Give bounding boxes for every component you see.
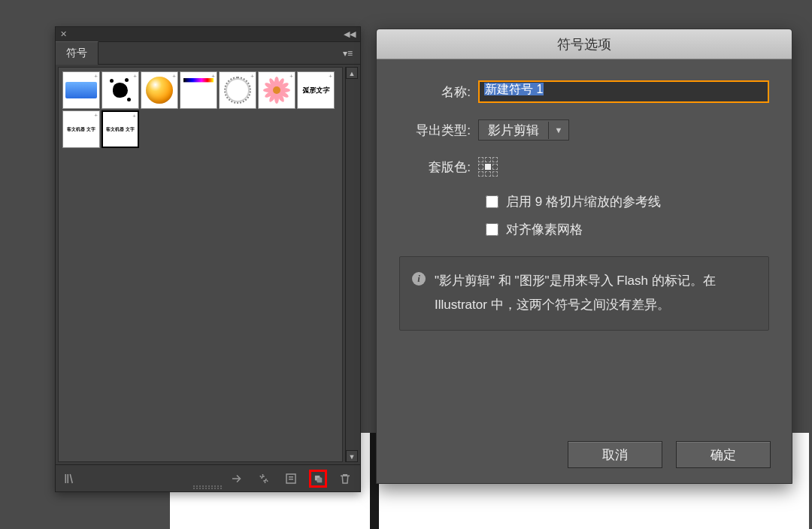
collapse-icon[interactable]: ◀◀ — [344, 29, 356, 39]
info-box: i "影片剪辑" 和 "图形"是用来导入 Flash 的标记。在 Illustr… — [399, 256, 769, 331]
symbol-color-gradient[interactable]: + — [180, 71, 217, 109]
symbol-arc-text-small-1[interactable]: +客文机器 文字 — [62, 110, 100, 148]
symbol-blue-gradient[interactable]: + — [62, 71, 100, 109]
cancel-button[interactable]: 取消 — [568, 441, 662, 468]
export-type-label: 导出类型: — [399, 122, 478, 139]
symbols-panel: ✕ ◀◀ 符号 ▾≡ + + + + + + — [55, 26, 361, 492]
registration-grid[interactable] — [478, 157, 498, 177]
enable-9slice-input[interactable] — [486, 195, 498, 208]
dialog-title: 符号选项 — [377, 29, 792, 59]
symbol-ink-splat[interactable]: + — [102, 71, 139, 109]
align-pixel-label: 对齐像素网格 — [506, 221, 583, 238]
ok-button[interactable]: 确定 — [676, 441, 771, 468]
symbol-pink-flower[interactable]: + — [258, 71, 295, 109]
break-link-icon[interactable] — [255, 470, 273, 488]
panel-menu-icon[interactable]: ▾≡ — [340, 45, 356, 62]
export-type-select[interactable]: 影片剪辑 ▼ — [478, 119, 569, 141]
symbols-tab[interactable]: 符号 — [56, 41, 98, 65]
info-icon: i — [412, 272, 426, 286]
symbol-arc-text-small-2[interactable]: +客文机器 文字 — [102, 110, 139, 148]
scrollbar[interactable]: ▲ ▼ — [345, 67, 358, 462]
panel-tabbar: 符号 ▾≡ — [56, 42, 360, 65]
enable-9slice-label: 启用 9 格切片缩放的参考线 — [506, 193, 661, 210]
symbol-arc-text[interactable]: +弧形文字 — [297, 71, 335, 109]
new-symbol-icon[interactable] — [309, 470, 327, 488]
chevron-down-icon: ▼ — [549, 125, 568, 135]
symbol-options-dialog: 符号选项 名称: 新建符号 1 导出类型: 影片剪辑 ▼ 套版色: 启用 9 格… — [376, 29, 792, 484]
symbol-spirograph[interactable]: + — [219, 71, 256, 109]
symbol-grid: + + + + + + — [58, 67, 343, 462]
align-pixel-checkbox[interactable]: 对齐像素网格 — [486, 221, 769, 238]
symbol-options-icon[interactable] — [282, 470, 300, 488]
name-input[interactable]: 新建符号 1 — [478, 80, 769, 103]
align-pixel-input[interactable] — [486, 223, 498, 236]
place-symbol-icon[interactable] — [228, 470, 246, 488]
symbol-library-icon[interactable] — [62, 470, 80, 488]
name-label: 名称: — [399, 83, 478, 101]
close-icon[interactable]: ✕ — [60, 29, 67, 39]
svg-rect-2 — [317, 477, 322, 482]
delete-icon[interactable] — [336, 470, 354, 488]
info-text: "影片剪辑" 和 "图形"是用来导入 Flash 的标记。在 Illustrat… — [435, 269, 756, 318]
resize-grip-icon[interactable] — [193, 485, 223, 490]
panel-topbar: ✕ ◀◀ — [56, 27, 360, 42]
registration-label: 套版色: — [399, 159, 478, 176]
scroll-down-icon[interactable]: ▼ — [346, 450, 358, 462]
enable-9slice-checkbox[interactable]: 启用 9 格切片缩放的参考线 — [486, 193, 769, 210]
symbol-orange-orb[interactable]: + — [141, 71, 178, 109]
scroll-up-icon[interactable]: ▲ — [346, 67, 358, 79]
